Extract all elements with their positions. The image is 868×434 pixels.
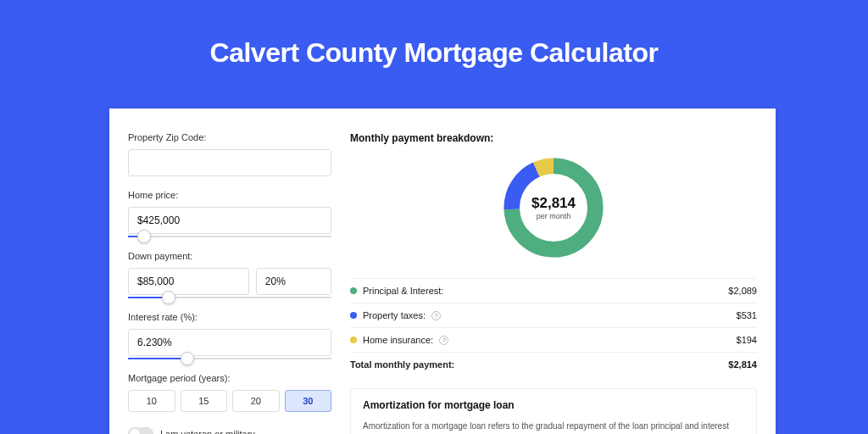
period-btn-15[interactable]: 15 <box>181 390 228 412</box>
period-btn-30[interactable]: 30 <box>285 390 332 412</box>
amortization-text: Amortization for a mortgage loan refers … <box>363 420 744 434</box>
home-price-label: Home price: <box>128 190 331 200</box>
total-value: $2,814 <box>728 359 757 370</box>
donut-sub: per month <box>537 212 571 220</box>
total-label: Total monthly payment: <box>350 359 454 370</box>
calculator-card: Property Zip Code: Home price: Down paym… <box>109 108 776 434</box>
breakdown-row: Home insurance:?$194 <box>350 327 757 352</box>
interest-slider-fill <box>128 358 187 359</box>
breakdown-row: Principal & Interest:$2,089 <box>350 278 757 303</box>
form-column: Property Zip Code: Home price: Down paym… <box>128 132 331 434</box>
veteran-row: I am veteran or military <box>128 427 331 434</box>
period-label: Mortgage period (years): <box>128 373 331 383</box>
page-title: Calvert County Mortgage Calculator <box>0 0 868 69</box>
home-price-slider[interactable] <box>128 236 331 237</box>
period-btn-10[interactable]: 10 <box>128 390 175 412</box>
color-dot <box>350 312 357 319</box>
interest-slider[interactable] <box>128 358 331 359</box>
total-row: Total monthly payment: $2,814 <box>350 352 757 376</box>
down-payment-slider[interactable] <box>128 297 331 298</box>
breakdown-column: Monthly payment breakdown: $2,814 per mo… <box>350 132 757 434</box>
home-price-input[interactable] <box>128 207 331 234</box>
zip-input[interactable] <box>128 149 331 176</box>
breakdown-label: Property taxes: <box>363 310 426 320</box>
donut-chart-wrap: $2,814 per month <box>350 153 757 263</box>
veteran-toggle[interactable] <box>128 427 153 434</box>
breakdown-label: Home insurance: <box>363 335 433 345</box>
color-dot <box>350 337 357 343</box>
home-price-field-group: Home price: <box>128 190 331 237</box>
breakdown-title: Monthly payment breakdown: <box>350 132 757 144</box>
down-payment-slider-thumb[interactable] <box>162 291 175 304</box>
breakdown-value: $531 <box>737 310 757 320</box>
info-icon[interactable]: ? <box>431 311 441 320</box>
down-payment-pct-input[interactable] <box>256 268 331 295</box>
zip-field-group: Property Zip Code: <box>128 132 331 176</box>
down-payment-label: Down payment: <box>128 251 331 261</box>
interest-input[interactable] <box>128 329 331 356</box>
period-btn-20[interactable]: 20 <box>232 390 280 412</box>
down-payment-field-group: Down payment: <box>128 251 331 298</box>
interest-slider-thumb[interactable] <box>181 352 194 365</box>
donut-chart: $2,814 per month <box>498 153 609 263</box>
interest-field-group: Interest rate (%): <box>128 312 331 359</box>
breakdown-label: Principal & Interest: <box>363 286 443 296</box>
amortization-box: Amortization for mortgage loan Amortizat… <box>350 388 757 434</box>
veteran-label: I am veteran or military <box>160 429 255 434</box>
breakdown-row: Property taxes:?$531 <box>350 303 757 327</box>
donut-center: $2,814 per month <box>498 153 609 263</box>
info-icon[interactable]: ? <box>439 336 448 345</box>
zip-label: Property Zip Code: <box>128 132 331 142</box>
breakdown-value: $2,089 <box>728 286 757 296</box>
period-buttons: 10152030 <box>128 390 331 412</box>
period-field-group: Mortgage period (years): 10152030 <box>128 373 331 412</box>
amortization-title: Amortization for mortgage loan <box>363 399 744 411</box>
interest-label: Interest rate (%): <box>128 312 331 322</box>
home-price-slider-thumb[interactable] <box>137 230 151 243</box>
color-dot <box>350 287 357 294</box>
donut-amount: $2,814 <box>531 195 576 212</box>
down-payment-input[interactable] <box>128 268 249 295</box>
breakdown-value: $194 <box>737 335 757 345</box>
